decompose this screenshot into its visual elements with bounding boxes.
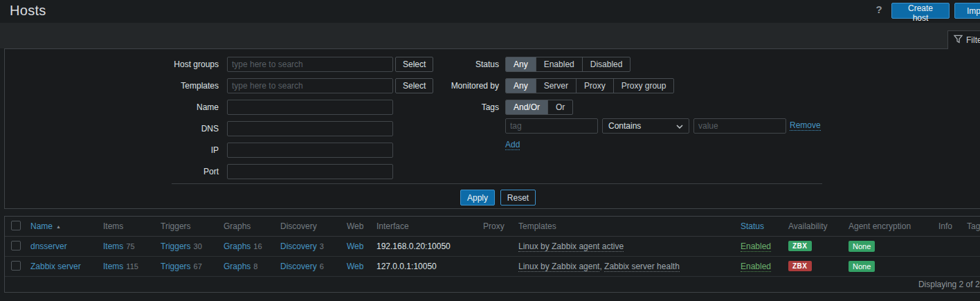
items-link[interactable]: Items (103, 262, 123, 271)
template-link[interactable]: Linux by Zabbix agent active (518, 241, 624, 252)
monitored-by-option-proxy[interactable]: Proxy (576, 79, 613, 93)
monitored-by-option-server[interactable]: Server (536, 79, 576, 93)
dns-label: DNS (136, 121, 219, 136)
status-option-disabled[interactable]: Disabled (582, 57, 630, 71)
tag-value-input[interactable] (693, 118, 786, 134)
status-enabled-link[interactable]: Enabled (741, 262, 771, 272)
tags-label: Tags (416, 100, 499, 115)
triggers-count: 30 (194, 242, 202, 250)
template-link[interactable]: Zabbix server health (604, 262, 680, 272)
tags-operator-segmented-control: And/Or Or (505, 100, 573, 115)
import-button[interactable]: Import (954, 3, 980, 19)
filter-tab-bar (0, 23, 980, 48)
monitored-by-option-any[interactable]: Any (506, 79, 536, 93)
status-option-enabled[interactable]: Enabled (536, 57, 582, 71)
web-link[interactable]: Web (347, 262, 363, 271)
port-label: Port (136, 164, 219, 179)
table-row: Zabbix server Items115 Triggers67 Graphs… (5, 256, 980, 276)
host-groups-input[interactable] (227, 57, 393, 72)
graphs-count: 16 (253, 242, 262, 250)
status-label: Status (416, 57, 499, 72)
apply-button[interactable]: Apply (460, 190, 495, 206)
column-header-graphs: Graphs (219, 217, 275, 236)
items-count: 115 (126, 262, 138, 271)
tags-cell (962, 256, 980, 276)
discovery-link[interactable]: Discovery (280, 241, 317, 251)
status-option-any[interactable]: Any (506, 57, 536, 71)
select-all-checkbox[interactable] (11, 221, 21, 230)
tag-remove-link[interactable]: Remove (790, 120, 821, 131)
graphs-count: 8 (253, 262, 257, 271)
tag-name-input[interactable] (505, 118, 598, 134)
table-header-row: Name▲ Items Triggers Graphs Discovery We… (5, 217, 980, 236)
host-name-link[interactable]: dnsserver (30, 241, 67, 251)
items-link[interactable]: Items (103, 241, 123, 251)
column-header-availability: Availability (783, 217, 844, 236)
interface-address: 127.0.0.1:10050 (376, 262, 437, 271)
column-header-items: Items (98, 217, 156, 236)
column-header-name[interactable]: Name (30, 221, 53, 231)
host-groups-label: Host groups (136, 57, 219, 72)
availability-zbx-badge: ZBX (788, 261, 812, 271)
templates-label: Templates (136, 78, 219, 93)
tag-operator-select[interactable]: Contains (602, 118, 689, 134)
column-header-status[interactable]: Status (741, 221, 764, 231)
table-row: dnsserver Items75 Triggers30 Graphs16 Di… (5, 236, 980, 256)
monitored-by-segmented-control: Any Server Proxy Proxy group (505, 78, 674, 93)
host-name-link[interactable]: Zabbix server (30, 262, 81, 271)
create-host-button[interactable]: Create host (891, 3, 950, 19)
tab-filter[interactable]: Filter (947, 30, 980, 49)
triggers-link[interactable]: Triggers (161, 262, 191, 271)
info-cell (934, 256, 962, 276)
page-title: Hosts (10, 3, 46, 19)
help-icon[interactable]: ? (873, 3, 884, 17)
hosts-table: Name▲ Items Triggers Graphs Discovery We… (4, 216, 980, 293)
monitored-by-label: Monitored by (416, 78, 499, 93)
triggers-link[interactable]: Triggers (161, 241, 191, 251)
title-bar: Hosts ? Create host Import (0, 0, 980, 23)
templates-input[interactable] (227, 78, 393, 93)
interface-address: 192.168.0.20:10050 (376, 241, 451, 251)
ip-input[interactable] (227, 143, 393, 158)
column-header-templates: Templates (514, 217, 736, 236)
tags-cell (962, 236, 980, 256)
column-header-tags: Tags (962, 217, 980, 236)
filter-funnel-icon (954, 35, 963, 46)
filter-separator (172, 183, 822, 184)
graphs-link[interactable]: Graphs (224, 262, 251, 271)
tag-add-link[interactable]: Add (505, 140, 520, 150)
proxy-cell (478, 256, 514, 276)
discovery-link[interactable]: Discovery (280, 262, 317, 271)
column-header-web: Web (342, 217, 372, 236)
name-label: Name (136, 100, 219, 115)
column-header-agent-encryption: Agent encryption (844, 217, 934, 236)
column-header-info: Info (934, 217, 962, 236)
reset-button[interactable]: Reset (500, 190, 536, 206)
discovery-count: 3 (320, 242, 324, 250)
name-input[interactable] (227, 100, 393, 115)
availability-zbx-badge: ZBX (788, 241, 812, 251)
agent-encryption-badge: None (849, 241, 875, 252)
discovery-count: 6 (320, 262, 324, 271)
template-link[interactable]: Linux by Zabbix agent (518, 262, 599, 272)
status-enabled-link[interactable]: Enabled (741, 241, 771, 252)
chevron-down-icon (676, 121, 683, 131)
status-segmented-control: Any Enabled Disabled (505, 57, 630, 72)
tags-option-andor[interactable]: And/Or (506, 100, 547, 114)
sort-asc-icon: ▲ (56, 224, 61, 229)
graphs-link[interactable]: Graphs (224, 241, 251, 251)
dns-input[interactable] (227, 121, 393, 136)
monitored-by-option-proxy-group[interactable]: Proxy group (613, 79, 674, 93)
row-checkbox[interactable] (11, 241, 21, 250)
column-header-discovery: Discovery (275, 217, 342, 236)
filter-tab-label: Filter (966, 35, 980, 45)
row-checkbox[interactable] (11, 261, 21, 271)
column-header-proxy: Proxy (478, 217, 514, 236)
web-link[interactable]: Web (347, 241, 363, 251)
column-header-triggers: Triggers (156, 217, 219, 236)
tag-operator-value: Contains (608, 121, 641, 131)
tags-option-or[interactable]: Or (547, 100, 572, 114)
port-input[interactable] (227, 164, 393, 179)
table-footer-count: Displaying 2 of 2 found (5, 277, 980, 293)
triggers-count: 67 (194, 262, 202, 271)
